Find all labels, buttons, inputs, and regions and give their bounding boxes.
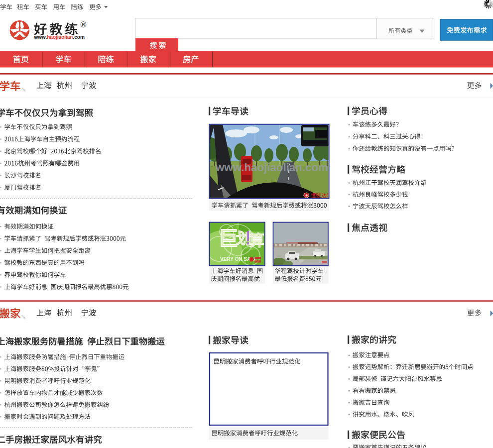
svg-text:www.haojiaolian.com: www.haojiaolian.com [215, 161, 328, 174]
svg-text:www.haojiaolian.com: www.haojiaolian.com [34, 34, 85, 40]
svg-text:®: ® [81, 20, 87, 29]
